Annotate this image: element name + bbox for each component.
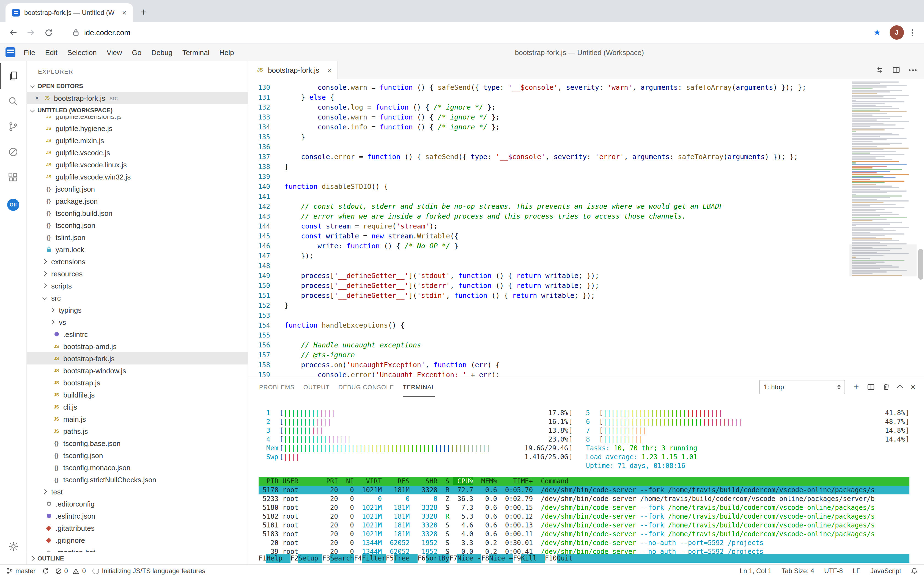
tree-item[interactable]: resources	[27, 268, 247, 280]
tree-item[interactable]: JSbootstrap-fork.js	[27, 352, 247, 364]
process-row[interactable]: 5181 root 20 0 1021M 181M 3328 S 4.6 0.6…	[259, 521, 910, 530]
new-tab-button[interactable]: +	[137, 5, 151, 19]
status-message[interactable]: Initializing JS/TS language features	[92, 567, 205, 575]
activitybar-extensions[interactable]	[0, 164, 26, 190]
split-editor-icon[interactable]	[892, 66, 900, 74]
tree-item[interactable]: {}tsconfig.json	[27, 219, 247, 231]
fkey[interactable]: F5	[386, 554, 394, 562]
code-editor[interactable]: 130 console.warn = function () { safeSen…	[248, 79, 924, 377]
fkey-label[interactable]: Help	[267, 554, 291, 562]
fkey[interactable]: F10	[545, 554, 557, 562]
terminal-select[interactable]: 1: htop	[760, 380, 845, 394]
menu-go[interactable]: Go	[127, 44, 146, 61]
tree-item[interactable]: {}tsconfig.base.json	[27, 437, 247, 449]
panel-tab-problems[interactable]: PROBLEMS	[259, 377, 295, 397]
tree-item[interactable]: {}tsconfig.build.json	[27, 207, 247, 219]
tree-item[interactable]: yarn.lock	[27, 243, 247, 255]
new-terminal-icon[interactable]: +	[853, 382, 859, 392]
tree-item[interactable]: JSbootstrap.js	[27, 377, 247, 389]
panel-tab-debug-console[interactable]: DEBUG CONSOLE	[338, 377, 394, 397]
fkey-label[interactable]: Setup	[299, 554, 322, 562]
process-row[interactable]: 5233 root 20 0 0 0 0 Z 36.3 0.0 0:02.79 …	[259, 495, 910, 503]
browser-tab[interactable]: bootstrap-fork.js — Untitled (W ×	[5, 3, 133, 22]
status-item[interactable]: UTF-8	[824, 567, 843, 575]
tab-close-icon[interactable]: ×	[327, 66, 331, 74]
tree-item[interactable]: vs	[27, 316, 247, 328]
menu-edit[interactable]: Edit	[40, 44, 63, 61]
sync-button[interactable]	[42, 567, 49, 574]
tree-item[interactable]: scripts	[27, 280, 247, 292]
back-button[interactable]	[5, 25, 21, 40]
process-row[interactable]: 20 root 20 0 1344M 62052 1952 S 3.3 0.2 …	[259, 538, 910, 547]
tree-item[interactable]: JSgulpfile.vscode.win32.js	[27, 171, 247, 183]
htop-table-header[interactable]: PID USER PRI NI VIRT RES SHR S CPU% MEM%…	[259, 477, 910, 486]
activitybar-explorer[interactable]	[0, 63, 26, 89]
fkey-label[interactable]: Nice +	[489, 554, 513, 562]
tree-item[interactable]: JSgulpfile.extensions.js	[27, 116, 247, 122]
process-row[interactable]: 5178 root 20 0 1021M 181M 3328 R 72.7 0.…	[259, 486, 910, 495]
fkey-label[interactable]: Filter	[362, 554, 386, 562]
fkey[interactable]: F7	[450, 554, 458, 562]
terminal[interactable]: 1[|||||||||||||17.8%]5[|||||||||||||||||…	[248, 396, 924, 564]
tree-item[interactable]: JSgulpfile.mixin.js	[27, 134, 247, 147]
tree-item[interactable]: {}tsconfig.strictNullChecks.json	[27, 474, 247, 486]
status-item[interactable]: JavaScript	[870, 567, 901, 575]
section-workspace[interactable]: UNTITLED (WORKSPACE)	[27, 104, 247, 116]
open-changes-icon[interactable]	[876, 66, 884, 74]
fkey[interactable]: F1	[259, 554, 267, 562]
notifications-bell-icon[interactable]	[911, 567, 918, 574]
maximize-panel-icon[interactable]	[897, 385, 903, 391]
editor-tab-bootstrap-fork[interactable]: JS bootstrap-fork.js ×	[248, 61, 338, 79]
panel-tab-terminal[interactable]: TERMINAL	[403, 377, 435, 397]
tree-item[interactable]: typings	[27, 304, 247, 316]
problems-indicator[interactable]: 0 0	[55, 567, 86, 575]
fkey-label[interactable]: Search	[330, 554, 354, 562]
fkey[interactable]: F9	[513, 554, 521, 562]
fkey[interactable]: F8	[481, 554, 489, 562]
editor-scrollbar-thumb[interactable]	[918, 249, 923, 280]
menu-file[interactable]: File	[19, 44, 40, 61]
tree-item[interactable]: JSgulpfile.vscode.linux.js	[27, 159, 247, 171]
tree-item[interactable]: .gitignore	[27, 534, 247, 546]
status-item[interactable]: Ln 1, Col 1	[740, 567, 771, 575]
fkey-label[interactable]: Nice -	[458, 554, 481, 562]
menu-view[interactable]: View	[102, 44, 127, 61]
menu-terminal[interactable]: Terminal	[177, 44, 214, 61]
open-editor-item[interactable]: × JS bootstrap-fork.js src	[27, 92, 247, 104]
status-item[interactable]: LF	[853, 567, 860, 575]
forward-button[interactable]	[23, 25, 39, 40]
fkey[interactable]: F3	[322, 554, 330, 562]
reload-button[interactable]	[41, 25, 56, 40]
fkey[interactable]: F2	[291, 554, 299, 562]
tree-item[interactable]: {}tslint.json	[27, 231, 247, 243]
tree-item[interactable]: JSpaths.js	[27, 425, 247, 437]
tree-item[interactable]: {}tsconfig.json	[27, 449, 247, 461]
tree-item[interactable]: JSgulpfile.vscode.js	[27, 147, 247, 159]
app-logo-icon[interactable]	[5, 47, 15, 57]
tree-item[interactable]: .editorconfig	[27, 498, 247, 510]
tree-item[interactable]: JSbuildfile.js	[27, 389, 247, 401]
section-open-editors[interactable]: OPEN EDITORS	[27, 80, 247, 92]
process-row[interactable]: 5180 root 20 0 1021M 181M 3328 S 7.3 0.6…	[259, 503, 910, 512]
menu-selection[interactable]: Selection	[63, 44, 102, 61]
fkey[interactable]: F6	[418, 554, 426, 562]
tree-item[interactable]: JSgulpfile.hygiene.js	[27, 122, 247, 134]
fkey-label[interactable]: Kill	[521, 554, 545, 562]
address-bar[interactable]: ide.coder.com ★	[58, 27, 884, 37]
menu-help[interactable]: Help	[214, 44, 239, 61]
profile-avatar[interactable]: J	[890, 25, 904, 40]
tree-item[interactable]: JSmain.js	[27, 413, 247, 425]
browser-menu-icon[interactable]	[906, 29, 919, 36]
fkey-label[interactable]: SortBy	[426, 554, 450, 562]
menu-debug[interactable]: Debug	[146, 44, 177, 61]
tree-item[interactable]: test	[27, 486, 247, 498]
telemetry-off-badge[interactable]: Off	[7, 199, 19, 211]
bookmark-star-icon[interactable]: ★	[870, 27, 884, 37]
url-text[interactable]: ide.coder.com	[84, 28, 130, 37]
split-terminal-icon[interactable]	[867, 383, 875, 391]
tree-item[interactable]: {}jsconfig.json	[27, 183, 247, 195]
tree-item[interactable]: {}package.json	[27, 195, 247, 207]
activitybar-debug[interactable]	[0, 139, 26, 164]
more-actions-icon[interactable]	[909, 69, 917, 71]
tree-item[interactable]: .eslintrc.json	[27, 510, 247, 522]
